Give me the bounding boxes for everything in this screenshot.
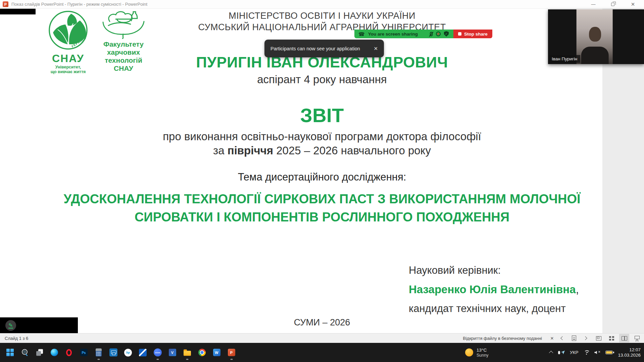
toast-close-icon[interactable]: ✕ [374,46,378,52]
visio-button[interactable]: V [168,348,177,357]
theme-title: УДОСКОНАЛЕННЯ ТЕХНОЛОГІЇ СИРКОВИХ ПАСТ З… [60,190,584,226]
stop-share-button[interactable]: Stop share [453,30,492,38]
tray-time: 12:07 [618,347,641,353]
file-explorer-button[interactable] [183,348,192,357]
tray-date: 13.03.2026 [618,353,641,358]
weather-condition: Sunny [477,353,488,358]
photoshop-icon: Ps [80,349,88,356]
restore-icon [611,3,614,6]
slide-counter: Слайд 1 з 6 [5,336,28,341]
slide-sorter-button[interactable] [606,334,616,343]
taskbar-icons: Ps hp zoom V W P [5,348,236,357]
ministry-line-2: СУМСЬКИЙ НАЦІОНАЛЬНИЙ АГРАРНИЙ УНІВЕРСИТ… [0,22,644,33]
pencil-icon: ✎ [8,323,13,328]
powerpoint-taskbar-button[interactable]: P [227,348,236,357]
menu-icon [572,335,576,341]
author-role: аспірант 4 року навчання [0,73,644,86]
hp-icon: hp [124,349,132,356]
zoom-app-icon: zoom [154,349,162,357]
visio-icon: V [169,349,176,356]
wifi-icon[interactable] [583,350,589,355]
phone-icon: ☎ [358,32,365,37]
pen-tool-button[interactable] [138,348,147,357]
ministry-line-1: МІНІСТЕРСТВО ОСВІТИ І НАУКИ УКРАЇНИ [0,11,644,21]
annotation-corner: ✎ [0,317,78,333]
close-button[interactable]: ✕ [627,0,639,8]
window-titlebar: P Показ слайдів PowerPoint - Пуригін - р… [0,0,644,9]
task-view-button[interactable] [35,348,44,357]
normal-view-icon [596,336,601,341]
edge-button[interactable] [50,348,59,357]
opera-icon [66,349,72,356]
participant-video-thumbnail[interactable]: Іван Пуригін [548,9,644,64]
mic-location-indicators[interactable] [558,351,565,354]
calculator-button[interactable] [94,348,103,357]
search-icon [21,349,29,356]
weather-temp: 13°C [477,347,488,353]
printer-icon [109,349,117,357]
taskbar: Ps hp zoom V W P 13°C Sunny УКР [0,343,644,362]
faculty-logo-line-1: Факультету [95,40,152,48]
zoom-share-bar: ☎ You are screen sharing ✓ Stop share [354,30,492,38]
zoom-app-button[interactable]: zoom [153,348,162,357]
slideshow-button[interactable] [632,334,642,343]
mic-in-use-icon [558,351,560,354]
mic-muted-icon [430,32,433,36]
opera-button[interactable] [64,348,73,357]
protected-view-message: Відкриття файлу в безпечному поданні [463,336,542,341]
powerpoint-app-icon: P [3,1,8,7]
clock[interactable]: 12:07 13.03.2026 [618,347,641,358]
minimize-button[interactable]: — [588,0,599,8]
participant-silhouette [589,27,601,42]
printer-button[interactable] [109,348,118,357]
participant-name: Іван Пуригін [549,55,580,63]
supervisor-label: Науковий керівник: [409,264,610,276]
theme-label: Тема дисертаційного дослідження: [0,171,644,183]
supervisor-name: Назаренко Юлія Валентинівна, [409,283,610,296]
search-button[interactable] [20,348,29,357]
pen-tool-icon [139,349,147,356]
word-icon: W [213,349,220,356]
menu-button[interactable] [568,333,580,343]
chrome-icon [198,349,206,356]
report-line-1: про виконання освітньо-наукової програми… [0,130,644,143]
stop-icon [458,32,461,36]
windows-icon [6,349,14,356]
word-button[interactable]: W [212,348,221,357]
volume-muted-icon[interactable] [594,351,600,355]
reading-view-button[interactable] [619,334,629,343]
restore-button[interactable] [607,0,618,8]
location-icon [561,351,565,354]
language-indicator[interactable]: УКР [570,350,578,355]
protected-view-close-icon[interactable]: ✕ [547,336,557,341]
normal-view-button[interactable] [594,334,604,343]
hp-button[interactable]: hp [123,348,133,357]
chevron-left-icon [560,336,564,340]
edge-icon [51,349,58,356]
photoshop-button[interactable]: Ps [79,348,88,357]
sun-icon [465,349,473,357]
report-line-2: за півріччя 2025 – 2026 навчального року [0,144,644,157]
slideshow-icon [635,336,640,339]
share-bar-label: You are screen sharing [368,32,418,37]
battery-icon[interactable] [605,351,613,354]
recording-icon [436,32,441,36]
powerpoint-icon: P [228,349,235,356]
previous-slide-button[interactable] [557,333,568,343]
next-slide-button[interactable] [580,333,591,343]
pen-annotation-button[interactable]: ✎ [5,320,16,331]
chrome-button[interactable] [197,348,206,357]
zoom-toast: Participants can now see your applicatio… [264,40,384,57]
start-button[interactable] [5,348,14,357]
task-view-icon [36,349,43,356]
hidden-icons-chevron-icon[interactable] [549,351,553,355]
weather-widget[interactable]: 13°C Sunny [465,347,488,358]
toast-message: Participants can now see your applicatio… [270,46,374,51]
calculator-icon [96,349,102,357]
screen: P Показ слайдів PowerPoint - Пуригін - р… [0,0,644,362]
chevron-right-icon [583,336,587,340]
reading-view-icon [622,336,627,341]
system-tray: УКР 12:07 13.03.2026 [550,347,641,358]
share-bar-green-section: ☎ You are screen sharing ✓ [354,30,453,38]
slide-footer: СУМИ – 2026 [0,317,644,328]
